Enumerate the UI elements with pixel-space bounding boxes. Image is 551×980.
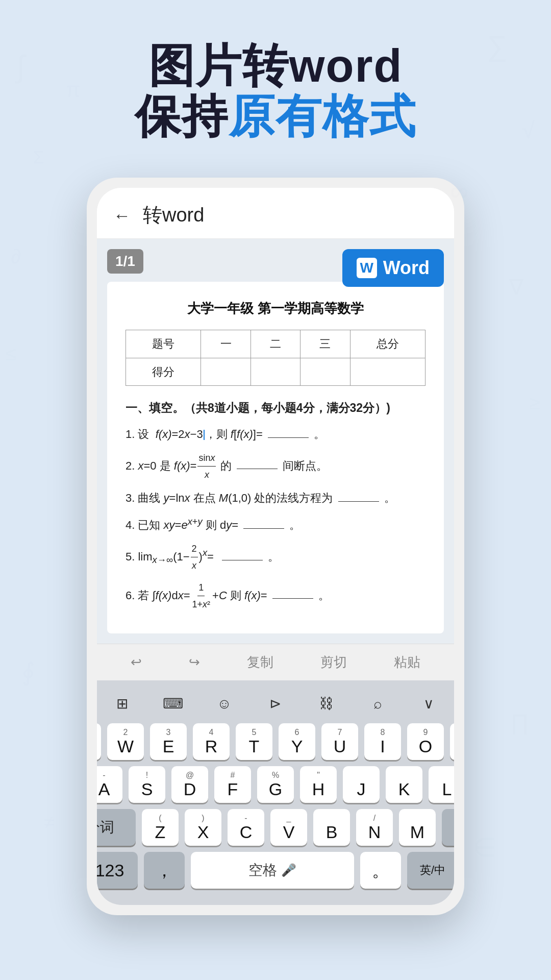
- paste-button[interactable]: 粘贴: [394, 653, 420, 671]
- key-p[interactable]: 0P: [450, 723, 454, 760]
- key-y[interactable]: 6Y: [279, 723, 315, 760]
- phone-topbar: ← 转word: [97, 188, 454, 239]
- key-t[interactable]: 5T: [236, 723, 272, 760]
- keyboard-row-2: -A !S @D #F %G "H J K L: [102, 766, 449, 803]
- hero-line2: 保持原有格式: [0, 91, 551, 142]
- key-space[interactable]: 空格 🎤: [191, 852, 354, 889]
- key-s[interactable]: !S: [129, 766, 165, 803]
- math-item-4: 4. 已知 xy=ex+y 则 dy= 。: [126, 513, 425, 535]
- key-w[interactable]: 2W: [107, 723, 144, 760]
- score-table: 题号 一 二 三 总分 得分: [126, 330, 425, 386]
- phone-inner: ← 转word 1/1 W Word 大学一年级 第一学期高等数学 题号 一 二…: [97, 188, 454, 905]
- key-d[interactable]: @D: [171, 766, 208, 803]
- table-row-defen: 得分: [126, 358, 201, 385]
- math-item-5: 5. limx→∞(1−2x)x= 。: [126, 541, 425, 574]
- key-o[interactable]: 9O: [407, 723, 444, 760]
- key-u[interactable]: 7U: [321, 723, 358, 760]
- page-badge: 1/1: [107, 249, 143, 274]
- key-e[interactable]: 3E: [150, 723, 187, 760]
- table-header-one: 一: [201, 330, 251, 358]
- kb-link-icon[interactable]: ⛓: [312, 692, 341, 716]
- key-c[interactable]: -C: [228, 809, 264, 846]
- key-f[interactable]: #F: [214, 766, 251, 803]
- table-cell-2: [251, 358, 300, 385]
- key-m[interactable]: M: [399, 809, 436, 846]
- keyboard-row-3: 分词 (Z )X -C _V B /N M ⌫: [102, 809, 449, 846]
- key-a[interactable]: -A: [97, 766, 122, 803]
- kb-keyboard-icon[interactable]: ⌨: [158, 692, 188, 716]
- undo-button[interactable]: ↩: [131, 654, 142, 670]
- table-header-tihaol: 题号: [126, 330, 201, 358]
- key-x[interactable]: )X: [185, 809, 221, 846]
- key-k[interactable]: K: [386, 766, 422, 803]
- phone-mockup: ← 转word 1/1 W Word 大学一年级 第一学期高等数学 题号 一 二…: [87, 178, 464, 915]
- section-header: 一、填空。（共8道小题，每小题4分，满分32分）): [126, 398, 425, 418]
- word-icon: W: [357, 258, 377, 278]
- math-item-3: 3. 曲线 y=lnx 在点 M(1,0) 处的法线方程为 。: [126, 488, 425, 508]
- key-n[interactable]: /N: [356, 809, 393, 846]
- hero-section: 图片转word 保持原有格式: [0, 0, 551, 162]
- kb-grid-icon[interactable]: ⊞: [107, 692, 137, 716]
- math-item-1: 1. 设 f(x)=2x−3，则 f[f(x)]= 。: [126, 424, 425, 445]
- math-item-6: 6. 若 ∫f(x)dx=11+x²+C 则 f(x)= 。: [126, 579, 425, 613]
- kb-search-icon[interactable]: ⌕: [363, 692, 393, 716]
- key-g[interactable]: %G: [257, 766, 294, 803]
- keyboard-row-4: 符 123 ， 空格 🎤 。 英/中 ↵: [102, 852, 449, 889]
- hero-line2-prefix: 保持: [135, 91, 229, 142]
- key-l[interactable]: L: [429, 766, 454, 803]
- back-button[interactable]: ←: [113, 207, 131, 224]
- key-i[interactable]: 8I: [364, 723, 401, 760]
- kb-cursor-icon[interactable]: ⊳: [261, 692, 290, 716]
- document-area: 1/1 W Word 大学一年级 第一学期高等数学 题号 一 二 三 总分: [97, 239, 454, 644]
- table-header-three: 三: [300, 330, 350, 358]
- word-button-label: Word: [383, 257, 430, 279]
- keyboard-row-1: 1Q 2W 3E 4R 5T 6Y 7U 8I 9O 0P: [102, 723, 449, 760]
- copy-button[interactable]: 复制: [247, 653, 273, 671]
- key-j[interactable]: J: [343, 766, 380, 803]
- kb-collapse-icon[interactable]: ∨: [414, 692, 444, 716]
- key-delete[interactable]: ⌫: [442, 809, 454, 846]
- word-export-button[interactable]: W Word: [342, 249, 444, 287]
- doc-title: 大学一年级 第一学期高等数学: [126, 297, 425, 320]
- math-item-2: 2. x=0 是 f(x)=sinxx 的 间断点。: [126, 450, 425, 483]
- edit-toolbar: ↩ ↪ 复制 剪切 粘贴: [97, 644, 454, 680]
- key-z[interactable]: (Z: [142, 809, 179, 846]
- keyboard-top-row: ⊞ ⌨ ☺ ⊳ ⛓ ⌕ ∨: [102, 688, 449, 723]
- cut-button[interactable]: 剪切: [320, 653, 347, 671]
- key-h[interactable]: "H: [300, 766, 337, 803]
- key-q[interactable]: 1Q: [97, 723, 101, 760]
- hero-line1: 图片转word: [0, 41, 551, 91]
- key-r[interactable]: 4R: [193, 723, 230, 760]
- key-v[interactable]: _V: [270, 809, 307, 846]
- key-lang[interactable]: 英/中: [407, 852, 454, 889]
- document-content: 大学一年级 第一学期高等数学 题号 一 二 三 总分 得分: [107, 282, 444, 633]
- redo-button[interactable]: ↪: [189, 654, 200, 670]
- key-b[interactable]: B: [313, 809, 350, 846]
- table-cell-3: [300, 358, 350, 385]
- key-dot[interactable]: 。: [360, 852, 401, 889]
- key-comma[interactable]: ，: [144, 852, 185, 889]
- table-header-total: 总分: [350, 330, 425, 358]
- table-header-two: 二: [251, 330, 300, 358]
- hero-line2-blue: 原有格式: [229, 91, 416, 142]
- table-cell-4: [350, 358, 425, 385]
- page-title: 转word: [143, 202, 204, 228]
- key-num123[interactable]: 123: [97, 852, 138, 889]
- key-fensi[interactable]: 分词: [97, 809, 136, 846]
- kb-emoji-icon[interactable]: ☺: [210, 692, 239, 716]
- keyboard-area: ⊞ ⌨ ☺ ⊳ ⛓ ⌕ ∨ 1Q 2W 3E 4R 5T 6Y 7U 8I 9O…: [97, 680, 454, 905]
- table-cell-1: [201, 358, 251, 385]
